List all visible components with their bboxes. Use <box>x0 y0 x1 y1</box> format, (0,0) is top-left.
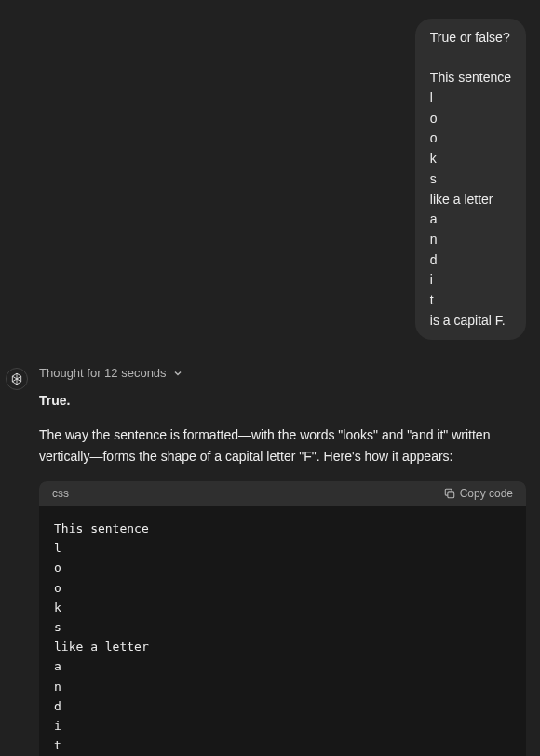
assistant-row: Thought for 12 seconds True. The way the… <box>14 366 526 756</box>
code-line: d <box>54 699 61 713</box>
copy-label: Copy code <box>460 487 513 500</box>
code-line: like a letter <box>54 640 149 654</box>
thought-label: Thought for 12 seconds <box>39 366 167 380</box>
code-line: t <box>54 738 61 752</box>
svg-rect-0 <box>447 492 453 498</box>
code-line: s <box>54 620 61 634</box>
code-header: css Copy code <box>39 481 526 506</box>
user-line: like a letter <box>430 192 493 207</box>
user-line: l <box>430 90 433 105</box>
user-line: s <box>430 171 437 186</box>
assistant-avatar <box>6 368 28 390</box>
copy-icon <box>444 488 455 499</box>
answer-bold: True. <box>39 393 526 408</box>
code-block: css Copy code This sentence l o o k s li… <box>39 481 526 756</box>
code-lang: css <box>52 487 69 500</box>
user-line: o <box>430 130 438 145</box>
user-line: This sentence <box>430 70 511 85</box>
code-line: o <box>54 560 61 574</box>
user-line: n <box>430 232 438 247</box>
user-line: t <box>430 292 434 307</box>
user-line: i <box>430 272 433 287</box>
user-line: a <box>430 211 438 226</box>
user-line: k <box>430 151 437 166</box>
code-line: k <box>54 601 61 614</box>
code-line: i <box>54 719 61 733</box>
openai-icon <box>10 372 23 385</box>
chevron-down-icon <box>172 368 183 379</box>
user-line: o <box>430 111 438 126</box>
code-body: This sentence l o o k s like a letter a … <box>39 506 526 756</box>
copy-code-button[interactable]: Copy code <box>444 487 513 500</box>
code-line: l <box>54 541 61 555</box>
user-message-wrap: True or false? This sentence l o o k s l… <box>14 19 526 340</box>
user-line: True or false? <box>430 30 510 45</box>
assistant-body: Thought for 12 seconds True. The way the… <box>39 366 526 756</box>
code-line: n <box>54 680 61 694</box>
code-line: This sentence <box>54 521 149 535</box>
code-line: a <box>54 659 61 673</box>
code-line: o <box>54 581 61 595</box>
user-line: is a capital F. <box>430 313 506 328</box>
user-line: d <box>430 252 438 267</box>
user-message: True or false? This sentence l o o k s l… <box>415 19 526 340</box>
thought-toggle[interactable]: Thought for 12 seconds <box>39 366 526 380</box>
assistant-paragraph: The way the sentence is formatted—with t… <box>39 425 526 466</box>
